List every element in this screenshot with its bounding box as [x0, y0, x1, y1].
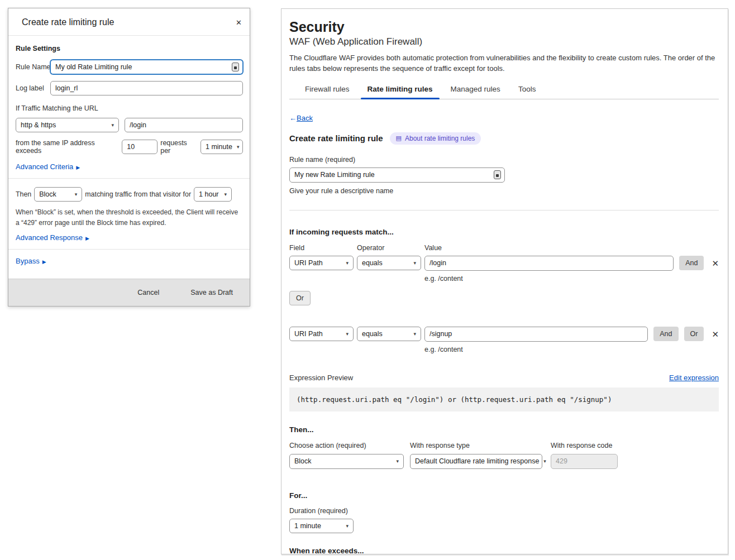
- value-hint: e.g. /content: [424, 275, 719, 283]
- expression-preview-label: Expression Preview: [289, 374, 353, 382]
- choose-action-select[interactable]: Block ▾: [289, 454, 404, 469]
- response-code-input: [551, 454, 618, 469]
- or-button[interactable]: Or: [684, 327, 704, 341]
- tab-tools[interactable]: Tools: [512, 82, 543, 99]
- expression-preview-code: (http.request.uri.path eq "/login") or (…: [289, 387, 719, 411]
- caret-down-icon: ▾: [346, 523, 349, 529]
- duration-select[interactable]: 1 hour ▾: [194, 187, 232, 202]
- expand-icon: ▶: [85, 236, 89, 241]
- caret-down-icon: ▾: [75, 192, 78, 197]
- divider: [8, 249, 250, 250]
- caret-down-icon: ▾: [413, 331, 416, 337]
- value-input[interactable]: [424, 327, 648, 342]
- autofill-icon[interactable]: [232, 63, 239, 71]
- back-arrow-icon: ←: [289, 114, 297, 122]
- advanced-criteria-link[interactable]: Advanced Criteria▶: [16, 162, 80, 171]
- then-prefix-text: Then: [16, 190, 31, 198]
- and-button[interactable]: And: [679, 256, 704, 270]
- form-title: Create rate limiting rule: [289, 133, 383, 143]
- response-type-label: With response type: [410, 442, 542, 449]
- condition-row: URI Path ▾ equals ▾ And Or ✕: [289, 327, 719, 342]
- log-label-label: Log label: [16, 84, 50, 92]
- caret-down-icon: ▾: [111, 122, 114, 128]
- value-input[interactable]: [424, 256, 674, 271]
- log-label-input[interactable]: [50, 81, 243, 95]
- duration-label: Duration (required): [289, 507, 719, 515]
- duration-select[interactable]: 1 minute ▾: [289, 519, 354, 533]
- divider: [289, 210, 719, 210]
- close-icon[interactable]: ✕: [236, 18, 242, 27]
- save-as-draft-button[interactable]: Save as Draft: [187, 288, 236, 297]
- choose-action-label: Choose action (required): [289, 442, 404, 449]
- value-hint: e.g. /content: [424, 346, 719, 353]
- dialog-header: Create rate limiting rule ✕: [8, 8, 250, 36]
- caret-down-icon: ▾: [346, 260, 349, 266]
- page-title: Security: [289, 19, 719, 35]
- rate-section-heading: When rate exceeds...: [289, 547, 719, 554]
- remove-condition-icon[interactable]: ✕: [712, 259, 719, 267]
- match-column-labels: Field Operator Value: [289, 244, 719, 252]
- response-type-select[interactable]: Default Cloudflare rate limiting respons…: [410, 454, 542, 469]
- and-button[interactable]: And: [653, 327, 678, 341]
- caret-down-icon: ▾: [237, 144, 240, 150]
- caret-down-icon: ▾: [346, 331, 349, 337]
- tab-managed-rules[interactable]: Managed rules: [444, 82, 507, 99]
- dialog-body: Rule Settings Rule Name Log label If Tra…: [8, 36, 250, 279]
- match-section-heading: If incoming requests match...: [289, 228, 719, 236]
- rule-name-label: Rule Name: [16, 63, 50, 71]
- bypass-link[interactable]: Bypass▶: [16, 257, 46, 265]
- or-button[interactable]: Or: [289, 291, 311, 305]
- tab-rate-limiting-rules[interactable]: Rate limiting rules: [361, 82, 440, 99]
- edit-expression-link[interactable]: Edit expression: [669, 374, 719, 382]
- field-select[interactable]: URI Path ▾: [289, 327, 354, 341]
- operator-select[interactable]: equals ▾: [357, 256, 421, 270]
- for-section-heading: For...: [289, 491, 719, 500]
- operator-column-label: Operator: [357, 244, 421, 252]
- page-description: The Cloudflare WAF provides both automat…: [289, 53, 719, 74]
- dialog-title: Create rate limiting rule: [22, 17, 114, 27]
- autofill-icon[interactable]: [494, 170, 501, 179]
- security-waf-page: Security WAF (Web Application Firewall) …: [281, 8, 728, 554]
- field-column-label: Field: [289, 244, 354, 252]
- caret-down-icon: ▾: [543, 458, 546, 464]
- tab-bar: Firewall rules Rate limiting rules Manag…: [289, 82, 719, 99]
- tab-firewall-rules[interactable]: Firewall rules: [298, 82, 356, 99]
- caret-down-icon: ▾: [225, 192, 227, 197]
- condition-row: URI Path ▾ equals ▾ And ✕: [289, 256, 719, 271]
- divider: [8, 178, 250, 179]
- dialog-footer: Cancel Save as Draft: [8, 279, 250, 306]
- rule-name-input[interactable]: [50, 60, 243, 74]
- expand-icon: ▶: [42, 259, 46, 265]
- caret-down-icon: ▾: [396, 458, 399, 464]
- then-section-heading: Then...: [289, 425, 719, 434]
- operator-select[interactable]: equals ▾: [357, 327, 421, 341]
- block-note-text: When “Block” is set, when the threshold …: [16, 207, 243, 228]
- create-rate-limiting-rule-dialog: Create rate limiting rule ✕ Rule Setting…: [8, 8, 250, 307]
- rule-name-helper: Give your rule a descriptive name: [289, 187, 719, 195]
- threshold-middle-text: requests per: [160, 139, 198, 155]
- scheme-select[interactable]: http & https ▾: [16, 118, 119, 132]
- rule-settings-heading: Rule Settings: [16, 45, 243, 52]
- about-rate-limiting-rules-link[interactable]: ▤ About rate limiting rules: [390, 132, 481, 145]
- threshold-prefix-text: from the same IP address exceeds: [16, 139, 119, 155]
- advanced-response-link[interactable]: Advanced Response▶: [16, 233, 89, 242]
- then-middle-text: matching traffic from that visitor for: [85, 190, 191, 198]
- traffic-matching-label: If Traffic Matching the URL: [16, 104, 243, 112]
- requests-input[interactable]: [122, 140, 157, 154]
- rule-name-label: Rule name (required): [289, 156, 719, 164]
- expand-icon: ▶: [76, 165, 80, 170]
- doc-icon: ▤: [396, 135, 402, 142]
- response-code-label: With response code: [551, 442, 618, 449]
- caret-down-icon: ▾: [413, 260, 416, 266]
- url-input[interactable]: [125, 118, 243, 132]
- back-link[interactable]: ←Back: [289, 114, 313, 122]
- remove-condition-icon[interactable]: ✕: [712, 330, 719, 338]
- cancel-button[interactable]: Cancel: [134, 288, 163, 297]
- field-select[interactable]: URI Path ▾: [289, 256, 354, 270]
- rule-name-input[interactable]: [289, 167, 505, 183]
- page-subtitle: WAF (Web Application Firewall): [289, 36, 719, 47]
- period-select[interactable]: 1 minute ▾: [201, 140, 243, 154]
- value-column-label: Value: [424, 244, 442, 252]
- action-select[interactable]: Block ▾: [34, 187, 82, 202]
